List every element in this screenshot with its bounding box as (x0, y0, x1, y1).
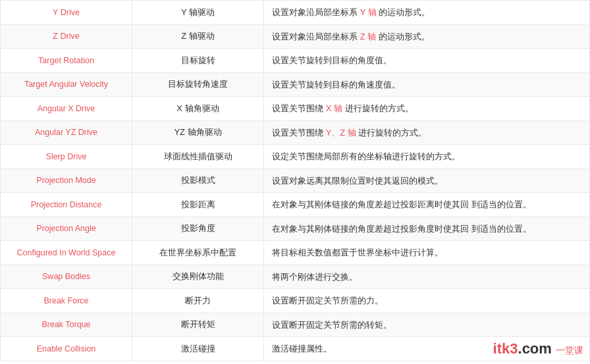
cell-cn: 目标旋转角速度 (132, 72, 264, 97)
cell-cn: 断开转矩 (132, 313, 264, 337)
cell-cn: 投影距离 (132, 193, 264, 217)
cell-en: Configured In World Space (1, 241, 132, 265)
table-row: Projection Angle投影角度在对象与其刚体链接的角度差超过投影角度时… (1, 217, 590, 241)
table-row: Slerp Drive球面线性插值驱动设定关节围绕局部所有的坐标轴进行旋转的方式… (1, 145, 590, 169)
cell-desc: 设置关节围绕 X 轴 进行旋转的方式。 (264, 97, 590, 121)
cell-cn: 交换刚体功能 (132, 265, 264, 289)
table-row: Projection Mode投影模式设置对象远离其限制位置时使其返回的模式。 (1, 169, 590, 193)
table-row: Break Torque断开转矩设置断开固定关节所需的转矩。 (1, 313, 590, 337)
cell-cn: 投影角度 (132, 217, 264, 241)
table-row: Z DriveZ 轴驱动设置对象沿局部坐标系 Z 轴 的运动形式。 (1, 24, 590, 49)
cell-desc: 设置断开固定关节所需的转矩。 (264, 313, 590, 337)
cell-cn: 激活碰撞 (132, 337, 264, 361)
table-row: Y DriveY 轴驱动设置对象沿局部坐标系 Y 轴 的运动形式。 (1, 1, 590, 25)
cell-en: Enable Collision (1, 337, 132, 361)
watermark-tagline: 一堂课 (556, 345, 583, 355)
table-row: Angular X DriveX 轴角驱动设置关节围绕 X 轴 进行旋转的方式。 (1, 97, 590, 121)
cell-desc: 设置对象远离其限制位置时使其返回的模式。 (264, 169, 590, 193)
cell-cn: Y 轴驱动 (132, 1, 264, 25)
table-row: Break Force断开力设置断开固定关节所需的力。 (1, 289, 590, 313)
cell-en: Angular X Drive (1, 97, 132, 121)
table-row: Configured In World Space在世界坐标系中配置将目标相关数… (1, 241, 590, 265)
cell-cn: 目标旋转 (132, 49, 264, 73)
cell-en: Z Drive (1, 24, 132, 49)
cell-cn: YZ 轴角驱动 (132, 120, 264, 145)
cell-en: Target Angular Velocity (1, 72, 132, 97)
table-row: Projection Distance投影距离在对象与其刚体链接的角度差超过投影… (1, 193, 590, 217)
cell-en: Y Drive (1, 1, 132, 25)
cell-desc: 设置对象沿局部坐标系 Z 轴 的运动形式。 (264, 24, 590, 49)
watermark-suffix: com (522, 340, 552, 357)
cell-cn: 在世界坐标系中配置 (132, 241, 264, 265)
cell-desc: 设置关节围绕 Y、Z 轴 进行旋转的方式。 (264, 120, 590, 145)
main-table: Y DriveY 轴驱动设置对象沿局部坐标系 Y 轴 的运动形式。Z Drive… (0, 0, 590, 361)
cell-en: Slerp Drive (1, 145, 132, 169)
table-row: Swap Bodies交换刚体功能将两个刚体进行交换。 (1, 265, 590, 289)
table-row: Target Angular Velocity目标旋转角速度设置关节旋转到目标的… (1, 72, 590, 97)
cell-en: Projection Angle (1, 217, 132, 241)
cell-en: Projection Mode (1, 169, 132, 193)
watermark: itk3.com 一堂课 (493, 340, 583, 357)
cell-en: Projection Distance (1, 193, 132, 217)
cell-en: Swap Bodies (1, 265, 132, 289)
table-row: Angular YZ DriveYZ 轴角驱动设置关节围绕 Y、Z 轴 进行旋转… (1, 120, 590, 145)
cell-desc: 在对象与其刚体链接的角度差超过投影角度时使其回 到适当的位置。 (264, 217, 590, 241)
cell-desc: 设置对象沿局部坐标系 Y 轴 的运动形式。 (264, 1, 590, 25)
cell-cn: 投影模式 (132, 169, 264, 193)
cell-desc: 设置关节旋转到目标的角度值。 (264, 49, 590, 73)
cell-en: Angular YZ Drive (1, 120, 132, 145)
cell-cn: X 轴角驱动 (132, 97, 264, 121)
cell-desc: 设置关节旋转到目标的角速度值。 (264, 72, 590, 97)
cell-en: Break Torque (1, 313, 132, 337)
cell-desc: 设定关节围绕局部所有的坐标轴进行旋转的方式。 (264, 145, 590, 169)
cell-cn: 球面线性插值驱动 (132, 145, 264, 169)
cell-desc: 将目标相关数值都置于世界坐标中进行计算。 (264, 241, 590, 265)
cell-desc: 设置断开固定关节所需的力。 (264, 289, 590, 313)
cell-cn: Z 轴驱动 (132, 24, 264, 49)
cell-desc: 在对象与其刚体链接的角度差超过投影距离时使其回 到适当的位置。 (264, 193, 590, 217)
cell-en: Target Rotation (1, 49, 132, 73)
cell-desc: 将两个刚体进行交换。 (264, 265, 590, 289)
cell-en: Break Force (1, 289, 132, 313)
table-row: Target Rotation目标旋转设置关节旋转到目标的角度值。 (1, 49, 590, 73)
watermark-colored: itk3 (493, 340, 518, 357)
cell-cn: 断开力 (132, 289, 264, 313)
